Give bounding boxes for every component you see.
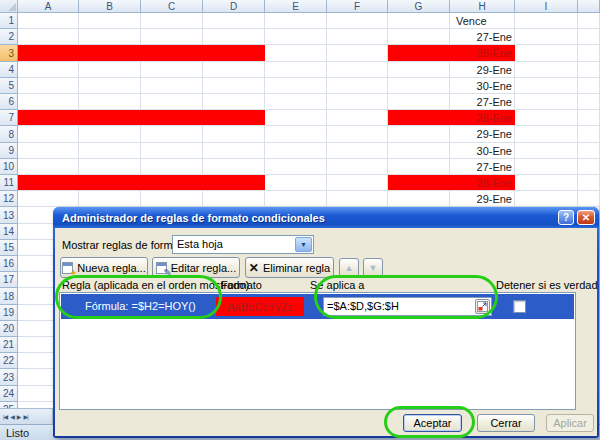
grid-cell[interactable] xyxy=(203,126,265,143)
grid-cell[interactable] xyxy=(578,191,600,207)
grid-cell[interactable] xyxy=(327,159,388,175)
row-header-2[interactable]: 2 xyxy=(0,29,18,45)
column-header-I[interactable]: I xyxy=(515,0,578,13)
grid-cell[interactable] xyxy=(578,159,600,175)
grid-cell[interactable] xyxy=(18,126,79,143)
grid-cell[interactable] xyxy=(578,13,600,29)
grid-cell[interactable] xyxy=(141,126,203,143)
grid-cell[interactable] xyxy=(141,143,203,159)
row-header-22[interactable]: 22 xyxy=(0,353,18,369)
grid-cell[interactable] xyxy=(388,13,450,29)
grid-cell[interactable] xyxy=(515,62,578,78)
column-header-H[interactable]: H xyxy=(450,0,515,13)
grid-cell[interactable] xyxy=(515,29,578,45)
column-header-partial[interactable] xyxy=(578,0,600,13)
grid-cell[interactable] xyxy=(578,175,600,191)
row-header-24[interactable]: 24 xyxy=(0,386,18,402)
row-header-23[interactable]: 23 xyxy=(0,369,18,386)
grid-cell[interactable] xyxy=(18,78,79,94)
scope-dropdown[interactable]: Esta hoja ▼ xyxy=(172,235,314,254)
grid-cell[interactable] xyxy=(203,191,265,207)
grid-cell[interactable] xyxy=(265,13,327,29)
grid-cell[interactable] xyxy=(388,94,450,110)
column-header-F[interactable]: F xyxy=(327,0,388,13)
grid-cell[interactable] xyxy=(79,78,141,94)
next-sheet-icon[interactable]: ▶ xyxy=(17,413,21,420)
grid-cell[interactable] xyxy=(388,191,450,207)
close-icon[interactable]: ✕ xyxy=(577,210,595,225)
grid-cell[interactable] xyxy=(265,110,327,126)
grid-cell[interactable] xyxy=(578,126,600,143)
grid-cell[interactable] xyxy=(515,191,578,207)
grid-cell[interactable] xyxy=(327,94,388,110)
row-header-12[interactable]: 12 xyxy=(0,191,18,207)
row-header-9[interactable]: 9 xyxy=(0,143,18,159)
grid-cell[interactable] xyxy=(18,29,79,45)
grid-cell[interactable] xyxy=(265,159,327,175)
grid-cell[interactable] xyxy=(265,94,327,110)
grid-cell[interactable] xyxy=(79,191,141,207)
grid-cell[interactable] xyxy=(79,143,141,159)
grid-cell[interactable] xyxy=(327,45,388,62)
grid-cell[interactable] xyxy=(203,159,265,175)
grid-cell[interactable] xyxy=(203,29,265,45)
grid-cell[interactable] xyxy=(515,78,578,94)
prev-sheet-icon[interactable]: ◀ xyxy=(10,413,14,420)
row-header-7[interactable]: 7 xyxy=(0,110,18,126)
grid-cell[interactable] xyxy=(265,45,327,62)
grid-cell[interactable] xyxy=(578,78,600,94)
grid-cell[interactable] xyxy=(388,159,450,175)
row-header-11[interactable]: 11 xyxy=(0,175,18,191)
grid-cell[interactable] xyxy=(18,191,79,207)
grid-cell[interactable] xyxy=(79,126,141,143)
grid-cell[interactable] xyxy=(265,62,327,78)
last-sheet-icon[interactable]: ▶| xyxy=(23,413,27,420)
column-header-G[interactable]: G xyxy=(388,0,450,13)
grid-cell[interactable] xyxy=(515,13,578,29)
row-header-16[interactable]: 16 xyxy=(0,256,18,272)
grid-cell[interactable] xyxy=(327,78,388,94)
row-header-10[interactable]: 10 xyxy=(0,159,18,175)
row-header-14[interactable]: 14 xyxy=(0,224,18,240)
grid-cell[interactable] xyxy=(327,29,388,45)
grid-cell[interactable] xyxy=(79,94,141,110)
column-header-B[interactable]: B xyxy=(79,0,141,13)
chevron-down-icon[interactable]: ▼ xyxy=(295,237,312,252)
grid-cell[interactable] xyxy=(18,143,79,159)
grid-cell[interactable] xyxy=(141,13,203,29)
row-header-20[interactable]: 20 xyxy=(0,321,18,337)
column-header-C[interactable]: C xyxy=(141,0,203,13)
grid-cell[interactable] xyxy=(79,62,141,78)
row-header-19[interactable]: 19 xyxy=(0,305,18,321)
grid-cell[interactable] xyxy=(79,159,141,175)
column-header-A[interactable]: A xyxy=(18,0,79,13)
grid-cell[interactable] xyxy=(203,78,265,94)
grid-cell[interactable] xyxy=(141,62,203,78)
grid-cell[interactable] xyxy=(265,29,327,45)
grid-cell[interactable] xyxy=(388,143,450,159)
grid-cell[interactable] xyxy=(18,159,79,175)
grid-cell[interactable] xyxy=(203,143,265,159)
grid-cell[interactable] xyxy=(515,159,578,175)
grid-cell[interactable] xyxy=(265,191,327,207)
row-header-1[interactable]: 1 xyxy=(0,13,18,29)
row-header-21[interactable]: 21 xyxy=(0,337,18,353)
grid-cell[interactable] xyxy=(515,45,578,62)
grid-cell[interactable] xyxy=(265,78,327,94)
row-header-8[interactable]: 8 xyxy=(0,126,18,143)
grid-cell[interactable] xyxy=(265,126,327,143)
row-header-5[interactable]: 5 xyxy=(0,78,18,94)
grid-cell[interactable] xyxy=(515,110,578,126)
grid-cell[interactable] xyxy=(79,29,141,45)
grid-cell[interactable] xyxy=(327,175,388,191)
grid-cell[interactable] xyxy=(141,94,203,110)
grid-cell[interactable] xyxy=(388,29,450,45)
apply-button[interactable]: Aplicar xyxy=(546,414,594,432)
grid-cell[interactable] xyxy=(388,78,450,94)
grid-cell[interactable] xyxy=(79,13,141,29)
grid-cell[interactable] xyxy=(327,191,388,207)
grid-cell[interactable] xyxy=(327,126,388,143)
grid-cell[interactable] xyxy=(578,45,600,62)
grid-cell[interactable] xyxy=(515,126,578,143)
grid-cell[interactable] xyxy=(515,143,578,159)
